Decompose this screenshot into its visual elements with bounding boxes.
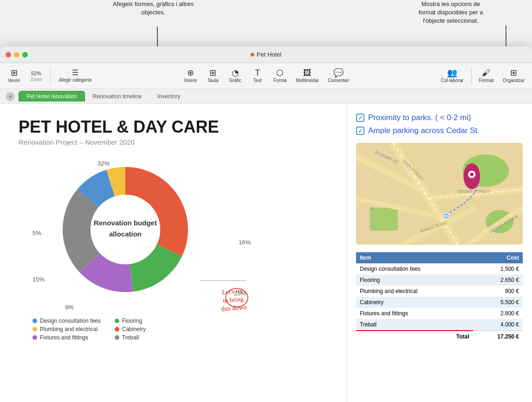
note-checkbox-2[interactable] bbox=[356, 127, 364, 135]
legend-item-cabinetry: Cabinetry bbox=[115, 326, 183, 332]
toolbar-separator-2 bbox=[471, 68, 472, 84]
legend-item-treball: Treball bbox=[115, 334, 183, 341]
table-header-item: Item bbox=[356, 252, 473, 263]
legend-dot-fixtures bbox=[32, 335, 37, 340]
slide-area: PET HOTEL & DAY CARE Renovation Project … bbox=[0, 104, 346, 402]
comment-button[interactable]: 💬 Comentari bbox=[324, 67, 353, 85]
media-button[interactable]: 🖼 Multimèdia bbox=[292, 67, 322, 85]
category-dropdown[interactable]: ☰ Afegir categoria bbox=[54, 67, 96, 84]
note-text-2: Ample parking across Cedar St. bbox=[368, 126, 480, 135]
donut-svg: Renovation budget allocation bbox=[56, 160, 195, 299]
chart-button[interactable]: ◔ Gràfic bbox=[225, 67, 246, 85]
legend-item-fixtures: Fixtures and fittings bbox=[32, 334, 101, 341]
table-header-cost: Cost bbox=[473, 252, 523, 263]
insert-icon: ⊕ bbox=[187, 69, 194, 77]
text-icon: T bbox=[255, 69, 260, 77]
format-button[interactable]: 🖌 Format bbox=[475, 67, 498, 85]
table-cell-cost: 2.800 € bbox=[473, 308, 523, 319]
budget-table-container: Item Cost Design consultation fees 1.500… bbox=[356, 252, 523, 342]
table-row: Plumbing and electrical 800 € bbox=[356, 286, 523, 297]
window-buttons bbox=[6, 52, 28, 57]
note-text-1: Proximity to parks. ( < 0·2 mi) bbox=[368, 113, 471, 122]
insert-button[interactable]: ⊕ Inserir bbox=[181, 67, 201, 85]
shape-icon: ⬡ bbox=[276, 69, 284, 77]
tab-pet-hotel-renovation[interactable]: Pet Hotel renovation bbox=[19, 91, 85, 102]
table-total-value: 17.250 € bbox=[473, 331, 523, 342]
collab-icon: 👥 bbox=[447, 69, 457, 77]
titlebar: Pet Hotel bbox=[0, 46, 532, 63]
table-cell-cost: 5.500 € bbox=[473, 297, 523, 308]
pct-15: 15% bbox=[32, 276, 45, 283]
category-icon: ☰ bbox=[72, 69, 78, 77]
tabbar: + Pet Hotel renovation Renovation timeli… bbox=[0, 89, 532, 104]
pct-5: 5% bbox=[32, 230, 41, 236]
title-dot-icon bbox=[251, 53, 254, 57]
toolbar-separator-1 bbox=[50, 68, 51, 84]
legend-item-flooring: Flooring bbox=[115, 318, 183, 324]
text-button[interactable]: T Text bbox=[247, 67, 268, 85]
svg-text:allocation: allocation bbox=[109, 230, 142, 238]
callout-right: Mostra les opcions de format disponibles… bbox=[397, 0, 504, 26]
svg-point-31 bbox=[470, 172, 474, 176]
shape-button[interactable]: ⬡ Forma bbox=[270, 67, 291, 85]
table-cell-item: Plumbing and electrical bbox=[356, 286, 473, 297]
collab-button[interactable]: 👥 Col·laborar bbox=[437, 67, 467, 85]
note-checkbox-1[interactable] bbox=[356, 114, 364, 122]
organize-button[interactable]: ⊞ Organitzar bbox=[499, 67, 528, 85]
comment-icon: 💬 bbox=[333, 69, 344, 77]
slide-title: PET HOTEL & DAY CARE bbox=[19, 118, 328, 136]
callout-left: Afegeix formes, gràfics i altres objecte… bbox=[102, 0, 204, 17]
table-row: Flooring 2.650 € bbox=[356, 274, 523, 286]
donut-chart-container: 32% 5% 15% 9% 23% 16% bbox=[19, 155, 251, 313]
table-cell-cost: 800 € bbox=[473, 286, 523, 297]
budget-table: Item Cost Design consultation fees 1.500… bbox=[356, 252, 523, 342]
media-icon: 🖼 bbox=[303, 69, 311, 77]
main-window: Pet Hotel ⊞ Veure 52% Zoom ☰ Afegir cate… bbox=[0, 46, 532, 402]
close-button[interactable] bbox=[6, 52, 11, 57]
zoom-control[interactable]: 52% Zoom bbox=[26, 68, 46, 84]
handwritten-notes: Proximity to parks. ( < 0·2 mi) Ample pa… bbox=[356, 113, 523, 135]
legend-dot-design bbox=[32, 319, 37, 323]
table-cell-item: Cabinetry bbox=[356, 297, 473, 308]
table-cell-cost-treball: 4.000 € bbox=[473, 319, 523, 331]
note-line-2: Ample parking across Cedar St. bbox=[356, 126, 523, 135]
tab-inventory[interactable]: Inventory bbox=[149, 91, 188, 102]
table-cell-item-treball: Treball bbox=[356, 319, 473, 331]
tab-add-button[interactable]: + bbox=[6, 92, 15, 101]
table-row: Cabinetry 5.500 € bbox=[356, 297, 523, 308]
chart-legend: Design consultation fees Flooring Plumbi… bbox=[32, 318, 183, 341]
map-svg: FILMORE ST. MAIN STREET CEDAR STREET RAN… bbox=[356, 143, 523, 245]
legend-dot-cabinetry bbox=[115, 327, 119, 332]
view-button[interactable]: ⊞ Veure bbox=[4, 67, 24, 85]
map-container: FILMORE ST. MAIN STREET CEDAR STREET RAN… bbox=[356, 143, 523, 245]
table-cell-item: Fixtures and fittings bbox=[356, 308, 473, 319]
table-row-treball: Treball 4.000 € bbox=[356, 319, 523, 331]
table-cell-cost: 1.500 € bbox=[473, 263, 523, 274]
table-button[interactable]: ⊞ Taula bbox=[203, 67, 223, 85]
organize-icon: ⊞ bbox=[510, 69, 517, 77]
svg-point-33 bbox=[445, 215, 448, 217]
note-line-1: Proximity to parks. ( < 0·2 mi) bbox=[356, 113, 523, 122]
window-title: Pet Hotel bbox=[251, 51, 281, 58]
table-cell-cost: 2.650 € bbox=[473, 274, 523, 286]
pct-9: 9% bbox=[65, 304, 74, 311]
pct-16: 16% bbox=[239, 239, 251, 246]
table-icon: ⊞ bbox=[209, 69, 216, 77]
svg-text:Renovation budget: Renovation budget bbox=[94, 219, 157, 227]
legend-item-design: Design consultation fees bbox=[32, 318, 101, 324]
table-row: Fixtures and fittings 2.800 € bbox=[356, 308, 523, 319]
right-panel: Proximity to parks. ( < 0·2 mi) Ample pa… bbox=[346, 104, 532, 402]
tab-renovation-timeline[interactable]: Renovation timeline bbox=[85, 91, 149, 102]
toolbar: ⊞ Veure 52% Zoom ☰ Afegir categoria ⊕ In… bbox=[0, 63, 532, 89]
format-icon: 🖌 bbox=[482, 69, 490, 77]
legend-dot-plumbing bbox=[32, 327, 37, 332]
table-total-label: Total bbox=[356, 331, 473, 342]
chart-area: 32% 5% 15% 9% 23% 16% bbox=[19, 155, 328, 388]
table-cell-item: Flooring bbox=[356, 274, 473, 286]
legend-item-plumbing: Plumbing and electrical bbox=[32, 326, 101, 332]
svg-rect-14 bbox=[370, 208, 398, 231]
minimize-button[interactable] bbox=[14, 52, 19, 57]
chart-icon: ◔ bbox=[232, 69, 239, 77]
slide-subtitle: Renovation Project – November 2020 bbox=[19, 138, 328, 146]
maximize-button[interactable] bbox=[22, 52, 28, 57]
